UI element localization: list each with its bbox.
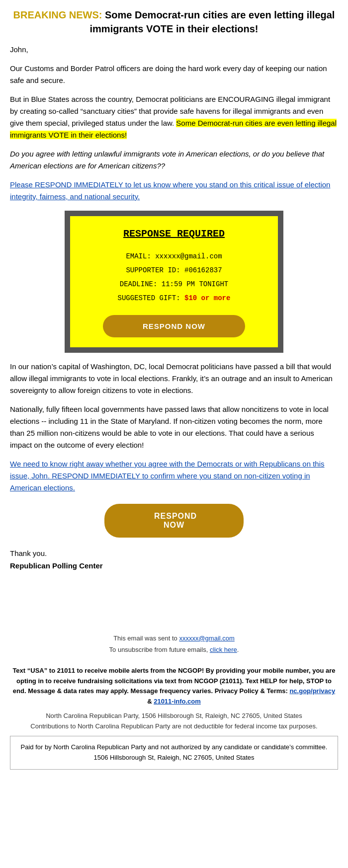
footer-terms-link[interactable]: 21011-info.com xyxy=(154,698,201,705)
greeting: John, xyxy=(10,44,338,56)
supporter-label: SUPPORTER ID: xyxy=(126,266,180,274)
paid-for-text: Paid for by North Carolina Republican Pa… xyxy=(21,743,328,761)
paragraph-4: In our nation’s capital of Washington, D… xyxy=(10,361,338,396)
footer-address: North Carolina Republican Party, 1506 Hi… xyxy=(0,712,348,719)
respond-now-button-box[interactable]: RESPOND NOW xyxy=(103,315,245,337)
supporter-value: #06162837 xyxy=(184,266,222,274)
footer-sent-email[interactable]: xxxxxx@gmail.com xyxy=(179,634,234,642)
footer-unsub-text: To unsubscribe from future emails, xyxy=(109,646,210,653)
footer-sent-text: This email was sent to xyxy=(113,634,179,642)
paragraph-2: But in Blue States across the country, D… xyxy=(10,93,338,141)
supporter-row: SUPPORTER ID: #06162837 xyxy=(80,263,268,277)
gift-label: SUGGESTED GIFT: xyxy=(118,294,180,302)
footer-deductible: Contributions to North Carolina Republic… xyxy=(0,722,348,730)
response-required-title: RESPONSE REQUIRED xyxy=(80,228,268,239)
footer-unsub-line: To unsubscribe from future emails, click… xyxy=(10,644,338,655)
signature: Republican Polling Center xyxy=(10,561,338,570)
headline: BREAKING NEWS: Some Democrat-run cities … xyxy=(10,8,338,36)
respond-now-button-large[interactable]: RESPOND NOW xyxy=(104,504,244,538)
deadline-value: 11:59 PM TONIGHT xyxy=(162,280,228,288)
footer-mobile-text: Text “USA” to 21011 to receive mobile al… xyxy=(12,667,335,695)
email-row: EMAIL: xxxxxx@gmail.com xyxy=(80,249,268,263)
footer-section: This email was sent to xxxxxx@gmail.com … xyxy=(0,628,348,661)
footer-and-text: & xyxy=(147,698,154,705)
headline-rest: Some Democrat-run cities are even lettin… xyxy=(90,9,335,34)
gift-value: $10 or more xyxy=(184,294,230,302)
breaking-label: BREAKING NEWS: xyxy=(13,9,102,20)
thank-you-text: Thank you. xyxy=(10,548,338,559)
paragraph-3: Do you agree with letting unlawful immig… xyxy=(10,148,338,172)
deadline-row: DEADLINE: 11:59 PM TONIGHT xyxy=(80,277,268,291)
footer-sent-line: This email was sent to xxxxxx@gmail.com xyxy=(10,632,338,644)
response-box-outer: RESPONSE REQUIRED EMAIL: xxxxxx@gmail.co… xyxy=(65,211,283,353)
footer-mobile-notice: Text “USA” to 21011 to receive mobile al… xyxy=(0,666,348,707)
footer-privacy-link[interactable]: nc.gop/privacy xyxy=(289,687,335,695)
paragraph-5: Nationally, fully fifteen local governme… xyxy=(10,403,338,451)
paragraph-1: Our Customs and Border Patrol officers a… xyxy=(10,63,338,86)
response-box-inner: RESPONSE REQUIRED EMAIL: xxxxxx@gmail.co… xyxy=(70,216,278,347)
email-value: xxxxxx@gmail.com xyxy=(155,252,222,260)
email-label: EMAIL: xyxy=(126,252,151,260)
footer-unsub-link[interactable]: click here xyxy=(210,646,237,653)
response-details: EMAIL: xxxxxx@gmail.com SUPPORTER ID: #0… xyxy=(80,249,268,305)
deadline-label: DEADLINE: xyxy=(120,280,158,288)
respond-link-1[interactable]: Please RESPOND IMMEDIATELY to let us kno… xyxy=(10,179,338,203)
paid-for-box: Paid for by North Carolina Republican Pa… xyxy=(10,736,338,770)
respond-link-2[interactable]: We need to know right away whether you a… xyxy=(10,458,338,494)
gift-row: SUGGESTED GIFT: $10 or more xyxy=(80,291,268,305)
footer-unsub-end: . xyxy=(237,646,239,653)
